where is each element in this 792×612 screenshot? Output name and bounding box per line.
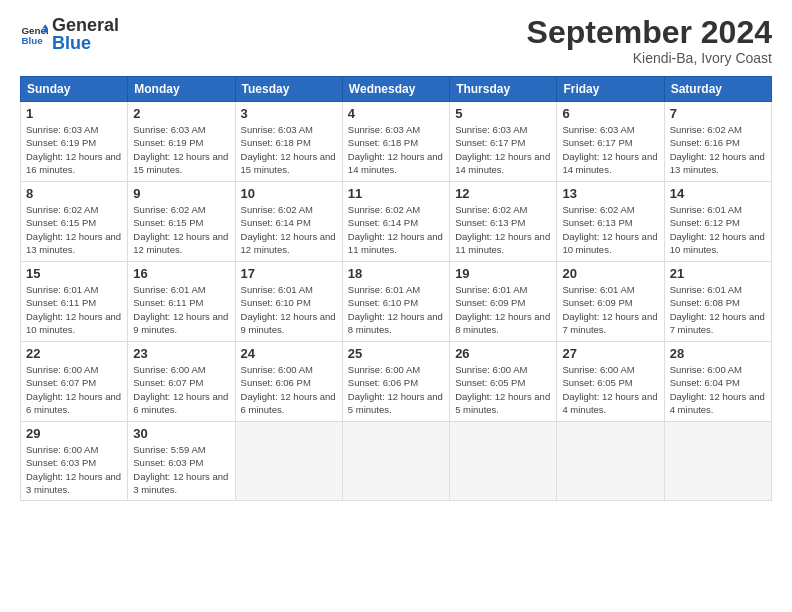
calendar-week-row: 29Sunrise: 6:00 AMSunset: 6:03 PMDayligh… bbox=[21, 422, 772, 501]
sunset: Sunset: 6:05 PM bbox=[562, 377, 632, 388]
daylight: Daylight: 12 hours and 6 minutes. bbox=[26, 391, 121, 415]
day-info: Sunrise: 6:01 AMSunset: 6:11 PMDaylight:… bbox=[133, 283, 229, 336]
sunrise: Sunrise: 6:00 AM bbox=[26, 364, 98, 375]
daylight: Daylight: 12 hours and 3 minutes. bbox=[26, 471, 121, 495]
sunset: Sunset: 6:07 PM bbox=[133, 377, 203, 388]
sunset: Sunset: 6:17 PM bbox=[455, 137, 525, 148]
table-row: 25Sunrise: 6:00 AMSunset: 6:06 PMDayligh… bbox=[342, 342, 449, 422]
day-number: 8 bbox=[26, 186, 122, 201]
sunset: Sunset: 6:03 PM bbox=[26, 457, 96, 468]
day-number: 30 bbox=[133, 426, 229, 441]
daylight: Daylight: 12 hours and 7 minutes. bbox=[670, 311, 765, 335]
daylight: Daylight: 12 hours and 12 minutes. bbox=[133, 231, 228, 255]
day-number: 5 bbox=[455, 106, 551, 121]
daylight: Daylight: 12 hours and 10 minutes. bbox=[26, 311, 121, 335]
header: General Blue General Blue September 2024… bbox=[20, 16, 772, 66]
day-number: 2 bbox=[133, 106, 229, 121]
col-tuesday: Tuesday bbox=[235, 77, 342, 102]
day-info: Sunrise: 6:00 AMSunset: 6:04 PMDaylight:… bbox=[670, 363, 766, 416]
sunset: Sunset: 6:14 PM bbox=[348, 217, 418, 228]
day-number: 6 bbox=[562, 106, 658, 121]
sunrise: Sunrise: 6:03 AM bbox=[133, 124, 205, 135]
daylight: Daylight: 12 hours and 12 minutes. bbox=[241, 231, 336, 255]
sunset: Sunset: 6:11 PM bbox=[133, 297, 203, 308]
day-info: Sunrise: 6:00 AMSunset: 6:07 PMDaylight:… bbox=[133, 363, 229, 416]
daylight: Daylight: 12 hours and 9 minutes. bbox=[133, 311, 228, 335]
sunrise: Sunrise: 6:02 AM bbox=[348, 204, 420, 215]
location: Kiendi-Ba, Ivory Coast bbox=[527, 50, 772, 66]
sunset: Sunset: 6:09 PM bbox=[455, 297, 525, 308]
daylight: Daylight: 12 hours and 13 minutes. bbox=[26, 231, 121, 255]
sunrise: Sunrise: 6:00 AM bbox=[562, 364, 634, 375]
daylight: Daylight: 12 hours and 7 minutes. bbox=[562, 311, 657, 335]
daylight: Daylight: 12 hours and 3 minutes. bbox=[133, 471, 228, 495]
sunset: Sunset: 6:05 PM bbox=[455, 377, 525, 388]
day-number: 12 bbox=[455, 186, 551, 201]
day-info: Sunrise: 6:02 AMSunset: 6:15 PMDaylight:… bbox=[26, 203, 122, 256]
sunrise: Sunrise: 6:01 AM bbox=[455, 284, 527, 295]
logo-text: General Blue bbox=[52, 16, 119, 52]
sunrise: Sunrise: 6:01 AM bbox=[562, 284, 634, 295]
logo: General Blue General Blue bbox=[20, 16, 119, 52]
daylight: Daylight: 12 hours and 8 minutes. bbox=[455, 311, 550, 335]
table-row: 2Sunrise: 6:03 AMSunset: 6:19 PMDaylight… bbox=[128, 102, 235, 182]
day-number: 9 bbox=[133, 186, 229, 201]
logo-blue: Blue bbox=[52, 34, 119, 52]
daylight: Daylight: 12 hours and 14 minutes. bbox=[562, 151, 657, 175]
month-title: September 2024 bbox=[527, 16, 772, 48]
table-row: 11Sunrise: 6:02 AMSunset: 6:14 PMDayligh… bbox=[342, 182, 449, 262]
day-number: 14 bbox=[670, 186, 766, 201]
day-info: Sunrise: 6:00 AMSunset: 6:07 PMDaylight:… bbox=[26, 363, 122, 416]
day-number: 28 bbox=[670, 346, 766, 361]
table-row: 27Sunrise: 6:00 AMSunset: 6:05 PMDayligh… bbox=[557, 342, 664, 422]
col-sunday: Sunday bbox=[21, 77, 128, 102]
col-wednesday: Wednesday bbox=[342, 77, 449, 102]
logo-general: General bbox=[52, 16, 119, 34]
sunrise: Sunrise: 6:03 AM bbox=[26, 124, 98, 135]
day-number: 11 bbox=[348, 186, 444, 201]
day-number: 27 bbox=[562, 346, 658, 361]
daylight: Daylight: 12 hours and 6 minutes. bbox=[241, 391, 336, 415]
sunrise: Sunrise: 6:00 AM bbox=[455, 364, 527, 375]
sunset: Sunset: 6:11 PM bbox=[26, 297, 96, 308]
sunset: Sunset: 6:03 PM bbox=[133, 457, 203, 468]
calendar: Sunday Monday Tuesday Wednesday Thursday… bbox=[20, 76, 772, 501]
calendar-week-row: 8Sunrise: 6:02 AMSunset: 6:15 PMDaylight… bbox=[21, 182, 772, 262]
calendar-week-row: 22Sunrise: 6:00 AMSunset: 6:07 PMDayligh… bbox=[21, 342, 772, 422]
day-info: Sunrise: 6:02 AMSunset: 6:14 PMDaylight:… bbox=[348, 203, 444, 256]
table-row: 29Sunrise: 6:00 AMSunset: 6:03 PMDayligh… bbox=[21, 422, 128, 501]
day-info: Sunrise: 6:01 AMSunset: 6:10 PMDaylight:… bbox=[241, 283, 337, 336]
daylight: Daylight: 12 hours and 5 minutes. bbox=[455, 391, 550, 415]
day-number: 18 bbox=[348, 266, 444, 281]
sunset: Sunset: 6:18 PM bbox=[241, 137, 311, 148]
sunset: Sunset: 6:07 PM bbox=[26, 377, 96, 388]
sunset: Sunset: 6:19 PM bbox=[133, 137, 203, 148]
table-row bbox=[342, 422, 449, 501]
day-info: Sunrise: 6:02 AMSunset: 6:14 PMDaylight:… bbox=[241, 203, 337, 256]
table-row: 12Sunrise: 6:02 AMSunset: 6:13 PMDayligh… bbox=[450, 182, 557, 262]
day-number: 23 bbox=[133, 346, 229, 361]
sunrise: Sunrise: 6:02 AM bbox=[562, 204, 634, 215]
sunrise: Sunrise: 6:01 AM bbox=[133, 284, 205, 295]
page: General Blue General Blue September 2024… bbox=[0, 0, 792, 612]
sunrise: Sunrise: 6:03 AM bbox=[348, 124, 420, 135]
table-row: 23Sunrise: 6:00 AMSunset: 6:07 PMDayligh… bbox=[128, 342, 235, 422]
sunrise: Sunrise: 5:59 AM bbox=[133, 444, 205, 455]
sunrise: Sunrise: 6:03 AM bbox=[562, 124, 634, 135]
daylight: Daylight: 12 hours and 9 minutes. bbox=[241, 311, 336, 335]
table-row: 14Sunrise: 6:01 AMSunset: 6:12 PMDayligh… bbox=[664, 182, 771, 262]
day-number: 17 bbox=[241, 266, 337, 281]
day-number: 25 bbox=[348, 346, 444, 361]
day-info: Sunrise: 6:02 AMSunset: 6:13 PMDaylight:… bbox=[455, 203, 551, 256]
daylight: Daylight: 12 hours and 5 minutes. bbox=[348, 391, 443, 415]
day-number: 26 bbox=[455, 346, 551, 361]
sunrise: Sunrise: 6:01 AM bbox=[348, 284, 420, 295]
sunrise: Sunrise: 6:01 AM bbox=[241, 284, 313, 295]
sunrise: Sunrise: 6:01 AM bbox=[670, 204, 742, 215]
table-row: 7Sunrise: 6:02 AMSunset: 6:16 PMDaylight… bbox=[664, 102, 771, 182]
table-row: 1Sunrise: 6:03 AMSunset: 6:19 PMDaylight… bbox=[21, 102, 128, 182]
day-info: Sunrise: 6:02 AMSunset: 6:13 PMDaylight:… bbox=[562, 203, 658, 256]
sunset: Sunset: 6:06 PM bbox=[348, 377, 418, 388]
table-row bbox=[235, 422, 342, 501]
table-row: 19Sunrise: 6:01 AMSunset: 6:09 PMDayligh… bbox=[450, 262, 557, 342]
